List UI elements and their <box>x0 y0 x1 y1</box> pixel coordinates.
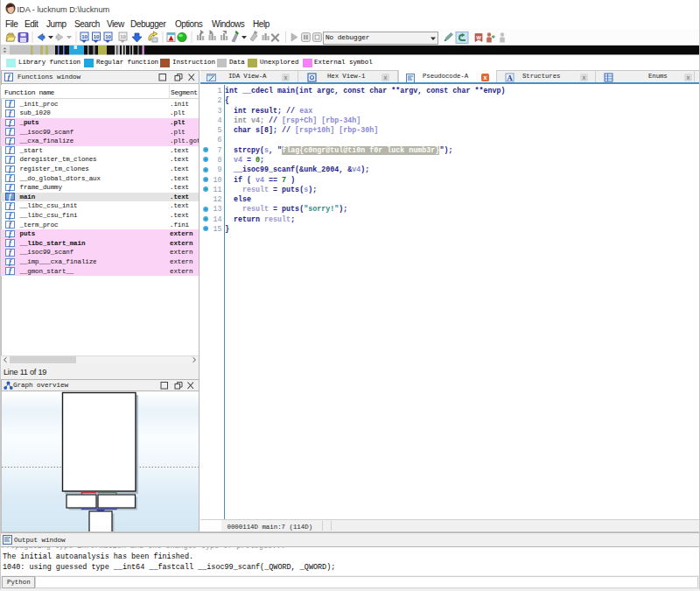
svg-text:10: 10 <box>94 34 100 39</box>
svg-text:A: A <box>507 74 513 82</box>
svg-text:10: 10 <box>81 34 88 39</box>
svg-text:10: 10 <box>120 34 126 39</box>
svg-text:10: 10 <box>105 34 111 39</box>
svg-text:W: W <box>476 35 481 40</box>
